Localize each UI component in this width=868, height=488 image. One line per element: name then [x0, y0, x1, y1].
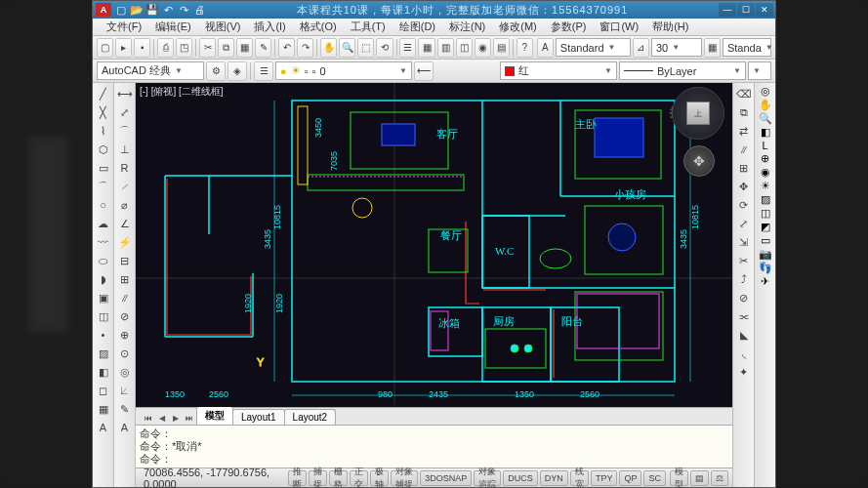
revcloud-icon[interactable]: ☁	[95, 215, 112, 232]
ellipsearc-icon[interactable]: ◗	[95, 270, 112, 288]
xline-icon[interactable]: ╳	[95, 103, 112, 121]
status-model[interactable]: 模型	[670, 470, 688, 486]
dimstyle-icon[interactable]: ⊿	[633, 38, 649, 58]
maximize-button[interactable]: ☐	[737, 3, 755, 17]
preview-icon[interactable]: ◳	[176, 38, 192, 58]
command-line[interactable]: 命令： 命令：*取消* 命令：	[136, 425, 732, 468]
status-sc[interactable]: SC	[643, 470, 666, 486]
save-icon[interactable]: ▪	[134, 38, 150, 58]
rotate-icon[interactable]: ⟳	[735, 196, 753, 214]
fillet-icon[interactable]: ◟	[735, 345, 753, 362]
qat-undo-icon[interactable]: ↶	[161, 3, 175, 17]
status-polar[interactable]: 极轴	[370, 470, 389, 486]
qat-open-icon[interactable]: 📂	[130, 3, 144, 17]
vscurrent-icon[interactable]: ◧	[761, 126, 770, 139]
status-misc-icon[interactable]: ▤	[690, 470, 709, 486]
menu-window[interactable]: 窗口(W)	[594, 19, 644, 35]
break-icon[interactable]: ⊘	[735, 289, 753, 306]
match-icon[interactable]: ✎	[255, 38, 271, 58]
lineweight-combo[interactable]: ▼	[748, 61, 771, 80]
flatshot-icon[interactable]: ▭	[761, 234, 770, 247]
viewcube-face[interactable]: 上	[686, 102, 710, 125]
tab-layout2[interactable]: Layout2	[284, 409, 337, 425]
tab-model[interactable]: 模型	[196, 406, 233, 425]
workspace-settings-icon[interactable]: ⚙	[206, 61, 226, 81]
gradient-icon[interactable]: ◧	[95, 363, 112, 381]
region-icon[interactable]: ◻	[95, 382, 112, 399]
status-lwt[interactable]: 线宽	[570, 470, 589, 486]
circle-icon[interactable]: ○	[95, 196, 112, 214]
ellipse-icon[interactable]: ⬭	[95, 252, 112, 269]
paste-icon[interactable]: ▦	[236, 38, 253, 58]
dim-linear-icon[interactable]: ⟷	[116, 85, 134, 102]
menu-help[interactable]: 帮助(H)	[646, 19, 694, 35]
dim-jog-icon[interactable]: ⟋	[116, 178, 134, 195]
status-annoscale-icon[interactable]: ⚖	[711, 470, 728, 486]
textstyle-combo[interactable]: Standard▼	[556, 38, 631, 57]
status-tpy[interactable]: TPY	[591, 470, 618, 486]
scale-icon[interactable]: ⤢	[735, 215, 753, 232]
status-grid[interactable]: 栅格	[329, 470, 348, 486]
status-infer[interactable]: 推断	[288, 470, 307, 486]
nav-wheel[interactable]: ✥	[683, 145, 715, 177]
3dorbit-icon[interactable]: ◎	[761, 85, 770, 98]
close-button[interactable]: ✕	[756, 3, 773, 17]
erase-icon[interactable]: ⌫	[735, 85, 753, 102]
menu-param[interactable]: 参数(P)	[545, 19, 593, 35]
designcenter-icon[interactable]: ▦	[418, 38, 434, 58]
menu-modify[interactable]: 修改(M)	[493, 19, 543, 35]
dim-diameter-icon[interactable]: ⌀	[116, 196, 134, 214]
status-snap[interactable]: 捕捉	[309, 470, 327, 486]
markup-icon[interactable]: ◉	[475, 38, 491, 58]
dimtedit-icon[interactable]: A	[116, 419, 134, 436]
status-qp[interactable]: QP	[619, 470, 641, 486]
light-icon[interactable]: ☀	[761, 180, 770, 192]
layer-props-icon[interactable]: ☰	[254, 61, 273, 81]
3dpan-icon[interactable]: ✋	[759, 99, 772, 111]
tab-next-icon[interactable]: ▶	[169, 411, 183, 425]
qat-print-icon[interactable]: 🖨	[192, 3, 206, 17]
menu-edit[interactable]: 编辑(E)	[149, 19, 197, 35]
dimedit-icon[interactable]: ✎	[116, 400, 134, 418]
dim-ordinate-icon[interactable]: ⊥	[116, 141, 134, 158]
new-icon[interactable]: ▢	[97, 38, 113, 58]
tablestyle-icon[interactable]: ▦	[704, 38, 721, 58]
offset-icon[interactable]: ⫽	[735, 141, 753, 158]
zoom-icon[interactable]: 🔍	[339, 38, 355, 58]
inspect-icon[interactable]: ◎	[116, 363, 134, 381]
layer-combo[interactable]: ● ☀ ▫ ▫ 0 ▼	[275, 61, 412, 80]
dim-aligned-icon[interactable]: ⤢	[116, 103, 134, 121]
status-ortho[interactable]: 正交	[350, 470, 368, 486]
qat-redo-icon[interactable]: ↷	[177, 3, 190, 17]
qat-new-icon[interactable]: ▢	[114, 3, 128, 17]
joglinear-icon[interactable]: ⟀	[116, 382, 134, 399]
hatch-icon[interactable]: ▨	[95, 345, 112, 362]
spline-icon[interactable]: 〰	[95, 233, 112, 251]
status-3dosnap[interactable]: 3DOSNAP	[420, 470, 472, 486]
color-combo[interactable]: 红▼	[500, 61, 617, 80]
dim-space-icon[interactable]: ⫽	[116, 289, 134, 306]
menu-insert[interactable]: 插入(I)	[248, 19, 291, 35]
section-icon[interactable]: ◩	[761, 221, 770, 233]
qat-save-icon[interactable]: 💾	[145, 3, 159, 17]
drawing-canvas[interactable]: [-] [俯视] [二维线框] 搜狐视频	[136, 83, 732, 407]
coords-readout[interactable]: 70086.4556, -17790.6756, 0.0000	[140, 467, 286, 489]
tab-last-icon[interactable]: ⏭	[183, 411, 196, 425]
dim-angular-icon[interactable]: ∠	[116, 215, 134, 232]
undo-icon[interactable]: ↶	[278, 38, 295, 58]
menu-tools[interactable]: 工具(T)	[345, 19, 392, 35]
material-icon[interactable]: ▨	[761, 193, 770, 206]
chamfer-icon[interactable]: ◣	[735, 326, 753, 344]
trim-icon[interactable]: ✂	[735, 252, 753, 269]
rectangle-icon[interactable]: ▭	[95, 159, 112, 177]
calc-icon[interactable]: ▤	[493, 38, 510, 58]
properties-icon[interactable]: ☰	[399, 38, 416, 58]
tab-prev-icon[interactable]: ◀	[155, 411, 169, 425]
pan-icon[interactable]: ✋	[320, 38, 337, 58]
dim-break-icon[interactable]: ⊘	[116, 307, 134, 325]
menu-view[interactable]: 视图(V)	[199, 19, 247, 35]
mirror-icon[interactable]: ⇄	[735, 122, 753, 140]
dim-continue-icon[interactable]: ⊞	[116, 270, 134, 288]
ucs-icon[interactable]: L	[762, 140, 767, 151]
minimize-button[interactable]: —	[719, 3, 736, 17]
